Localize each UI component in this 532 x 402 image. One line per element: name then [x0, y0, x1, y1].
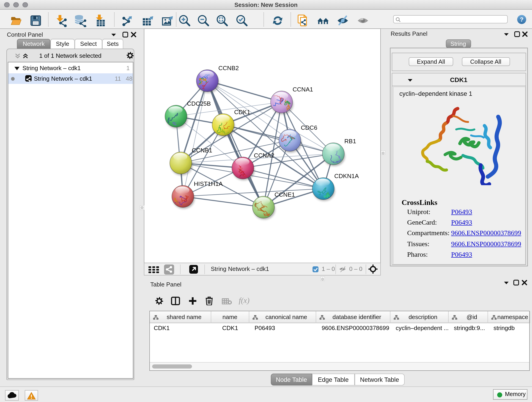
table-panel-float-button[interactable]	[513, 280, 520, 285]
tab-select[interactable]: Select	[75, 39, 102, 48]
table-horizontal-scrollbar[interactable]	[150, 362, 529, 370]
crosslink-row: Tissues:9606.ENSP00000378699	[407, 240, 429, 248]
network-options-gear-button[interactable]	[126, 51, 133, 57]
table-function-builder-button[interactable]: f(x)	[239, 296, 249, 305]
open-session-button[interactable]	[9, 14, 22, 27]
zoom-in-button[interactable]	[178, 14, 191, 27]
column-type-icon	[153, 315, 158, 320]
node-label: CCNB2	[218, 65, 239, 71]
crosslink-label: Tissues:	[407, 240, 429, 247]
table-add-column-button[interactable]	[188, 297, 197, 307]
help-button[interactable]: ?	[517, 14, 526, 24]
collection-label: String Network – cdk1	[22, 63, 81, 73]
table-cell[interactable]: CDK1	[150, 323, 211, 333]
home-networks-button[interactable]	[317, 14, 329, 27]
hide-selected-button[interactable]	[336, 14, 349, 27]
expand-all-button[interactable]: Expand All	[409, 57, 453, 66]
table-delete-column-button[interactable]	[205, 296, 213, 307]
table-scrollbar-thumb[interactable]	[152, 364, 192, 369]
refresh-button[interactable]	[271, 14, 284, 27]
column-header[interactable]: shared name	[150, 311, 211, 323]
svg-text:?: ?	[520, 16, 524, 23]
table-panel-close-button[interactable]	[521, 280, 528, 285]
column-header[interactable]: canonical name	[249, 311, 316, 323]
import-table-file-button[interactable]	[94, 14, 107, 27]
table-tab-edge-table[interactable]: Edge Table	[312, 374, 355, 385]
birdseye-grid-button[interactable]	[148, 266, 159, 274]
column-header[interactable]: name	[211, 311, 249, 323]
birdseye-view-button[interactable]	[368, 264, 378, 275]
left-splitter-handle[interactable]	[139, 205, 144, 210]
network-status-dot	[11, 77, 15, 80]
results-panel-close-button[interactable]	[522, 31, 528, 36]
results-panel-float-button[interactable]	[514, 31, 520, 36]
table-show-columns-button[interactable]	[171, 297, 180, 307]
column-header[interactable]: description	[390, 311, 448, 323]
column-header-label: canonical name	[258, 311, 314, 323]
table-tab-node-table[interactable]: Node Table	[271, 374, 312, 385]
zoom-fit-icon	[215, 14, 228, 27]
import-network-file-button[interactable]	[55, 14, 67, 27]
export-network-button[interactable]	[121, 14, 134, 27]
crosslink-row: GeneCard:P06493	[407, 219, 437, 226]
crosslink-link[interactable]: P06493	[451, 251, 472, 259]
collapse-all-button[interactable]: Collapse All	[462, 57, 510, 66]
search-input[interactable]	[402, 16, 505, 22]
gene-details: cyclin–dependent kinase 1	[393, 87, 525, 264]
table-panel-menu-button[interactable]	[504, 281, 510, 287]
netbar-separator	[204, 264, 205, 274]
network-view-toolbar: String Network – cdk1 1 – 0 0 – 0	[144, 263, 381, 275]
copy-network-button[interactable]	[297, 14, 309, 27]
column-header[interactable]: @id	[448, 311, 488, 323]
control-panel-float-button[interactable]	[122, 32, 129, 37]
network-view-canvas[interactable]: CCNB2CCNA1CDC25BCDK1CDC6RB1CCNB1CCNA2CDK…	[144, 28, 381, 263]
control-panel-menu-button[interactable]	[111, 33, 117, 38]
table-cell[interactable]: CDK1	[211, 323, 249, 333]
export-network-icon	[121, 14, 134, 27]
table-options-gear-button[interactable]	[155, 297, 164, 307]
gene-section-header[interactable]: CDK1	[392, 73, 525, 86]
table-delete-table-button[interactable]	[222, 298, 232, 307]
table-cell[interactable]: stringdb:9...	[448, 323, 488, 333]
database-icon	[74, 14, 87, 27]
crosslink-link[interactable]: 9606.ENSP00000378699	[451, 240, 521, 248]
zoom-out-icon	[197, 14, 210, 27]
warnings-button[interactable]	[25, 390, 38, 401]
table-cell[interactable]: cyclin–dependent ...	[390, 323, 448, 333]
tab-network[interactable]: Network	[17, 39, 51, 48]
table-cell[interactable]: stringdb	[488, 323, 530, 333]
right-splitter-handle[interactable]	[381, 150, 385, 155]
open-folder-icon	[9, 14, 22, 27]
zoom-out-button[interactable]	[197, 14, 210, 27]
crosslink-link[interactable]: P06493	[451, 219, 472, 226]
zoom-selected-button[interactable]	[235, 14, 248, 27]
memory-status-button[interactable]: Memory	[493, 389, 527, 400]
refresh-icon	[271, 14, 284, 27]
table-cell[interactable]: 9606.ENSP00000378699	[316, 323, 390, 333]
table-tab-network-table[interactable]: Network Table	[355, 374, 405, 385]
results-panel-menu-button[interactable]	[504, 32, 510, 38]
network-row[interactable]: String Network – cdk1 11 48	[8, 73, 133, 84]
zoom-fit-button[interactable]	[215, 14, 228, 27]
column-header[interactable]: namespace	[488, 311, 530, 323]
network-collection-row[interactable]: String Network – cdk1 1	[8, 63, 133, 73]
control-panel-close-button[interactable]	[131, 32, 137, 37]
cloud-status-button[interactable]	[5, 390, 19, 401]
open-in-window-button[interactable]	[189, 265, 198, 274]
bottom-splitter-handle[interactable]	[320, 276, 325, 281]
crosslink-link[interactable]: P06493	[451, 208, 472, 216]
tab-style[interactable]: Style	[51, 39, 75, 48]
column-header[interactable]: database identifier	[316, 311, 390, 323]
application-window: Session: New Session	[0, 0, 532, 402]
show-graphics-button[interactable]	[356, 14, 369, 27]
results-tab-string[interactable]: String	[446, 39, 471, 48]
tab-sets[interactable]: Sets	[102, 39, 123, 48]
table-cell[interactable]: P06493	[249, 323, 316, 333]
import-network-database-button[interactable]	[74, 14, 87, 27]
save-session-button[interactable]	[29, 14, 42, 27]
title-bar: Session: New Session	[0, 0, 532, 10]
export-table-button[interactable]	[142, 14, 154, 27]
crosslink-link[interactable]: 9606.ENSP00000378699	[451, 230, 521, 237]
export-image-button[interactable]	[161, 14, 174, 27]
network-selection-header: 1 of 1 Network selected	[7, 49, 134, 62]
